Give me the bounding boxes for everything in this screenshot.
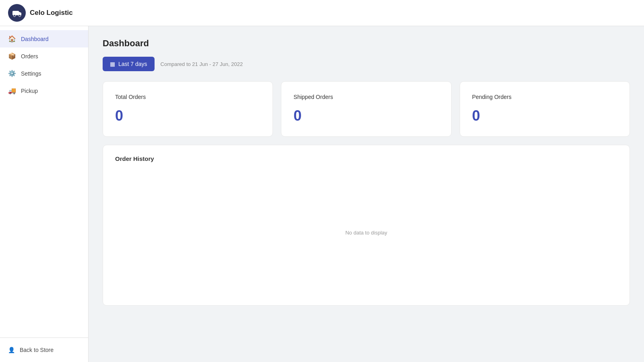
sidebar-label-orders: Orders — [21, 53, 38, 60]
logo-text: Celo Logistic — [30, 9, 73, 17]
svg-rect-0 — [12, 11, 19, 15]
pending-orders-value: 0 — [472, 107, 617, 124]
stat-card-pending-orders: Pending Orders 0 — [460, 81, 630, 137]
total-orders-value: 0 — [115, 107, 260, 124]
stat-card-total-orders: Total Orders 0 — [103, 81, 273, 137]
home-icon: 🏠 — [8, 35, 16, 43]
comparison-text: Compared to 21 Jun - 27 Jun, 2022 — [161, 61, 243, 67]
sidebar: 🏠 Dashboard 📦 Orders ⚙️ Settings 🚚 Picku… — [0, 26, 89, 362]
shipped-orders-value: 0 — [293, 107, 439, 124]
stats-row: Total Orders 0 Shipped Orders 0 Pending … — [103, 81, 630, 137]
order-history-empty: No data to display — [115, 170, 617, 295]
sidebar-item-orders[interactable]: 📦 Orders — [0, 47, 88, 65]
main-content: Dashboard ▦ Last 7 days Compared to 21 J… — [89, 26, 644, 362]
calendar-icon: ▦ — [110, 61, 115, 67]
sidebar-label-settings: Settings — [21, 70, 41, 77]
sidebar-item-dashboard[interactable]: 🏠 Dashboard — [0, 30, 88, 47]
sidebar-item-pickup[interactable]: 🚚 Pickup — [0, 82, 88, 99]
back-to-store-label: Back to Store — [20, 347, 54, 353]
sidebar-label-dashboard: Dashboard — [21, 36, 49, 42]
order-history-title: Order History — [115, 155, 617, 162]
svg-point-3 — [19, 15, 21, 17]
stat-card-shipped-orders: Shipped Orders 0 — [281, 81, 451, 137]
settings-icon: ⚙️ — [8, 70, 16, 77]
filter-bar: ▦ Last 7 days Compared to 21 Jun - 27 Ju… — [103, 57, 630, 71]
back-to-store-button[interactable]: 👤 Back to Store — [0, 343, 88, 357]
logo-icon — [8, 4, 26, 22]
sidebar-nav: 🏠 Dashboard 📦 Orders ⚙️ Settings 🚚 Picku… — [0, 30, 88, 337]
last-7-days-button[interactable]: ▦ Last 7 days — [103, 57, 155, 71]
shipped-orders-label: Shipped Orders — [293, 94, 439, 100]
total-orders-label: Total Orders — [115, 94, 260, 100]
svg-point-2 — [14, 15, 16, 17]
layout: 🏠 Dashboard 📦 Orders ⚙️ Settings 🚚 Picku… — [0, 26, 644, 362]
pickup-icon: 🚚 — [8, 87, 16, 95]
top-header: Celo Logistic — [0, 0, 644, 26]
pending-orders-label: Pending Orders — [472, 94, 617, 100]
order-history-card: Order History No data to display — [103, 145, 630, 306]
user-icon: 👤 — [8, 347, 15, 353]
sidebar-label-pickup: Pickup — [21, 88, 38, 94]
orders-icon: 📦 — [8, 52, 16, 60]
sidebar-bottom: 👤 Back to Store — [0, 337, 88, 362]
logo-container: Celo Logistic — [8, 4, 73, 22]
filter-btn-label: Last 7 days — [118, 61, 147, 67]
sidebar-item-settings[interactable]: ⚙️ Settings — [0, 65, 88, 82]
page-title: Dashboard — [103, 38, 630, 49]
